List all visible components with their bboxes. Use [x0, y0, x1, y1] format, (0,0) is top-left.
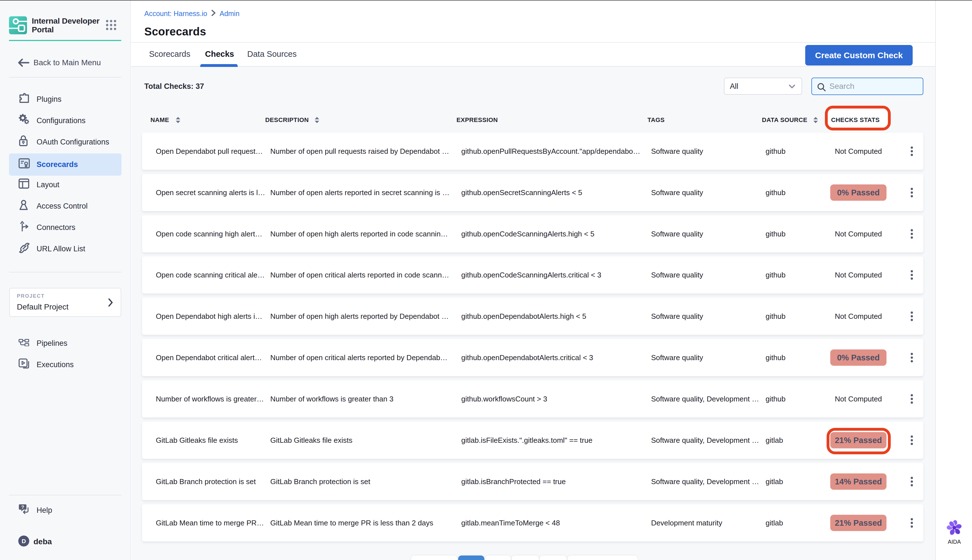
svg-text:?: ? — [21, 505, 24, 510]
